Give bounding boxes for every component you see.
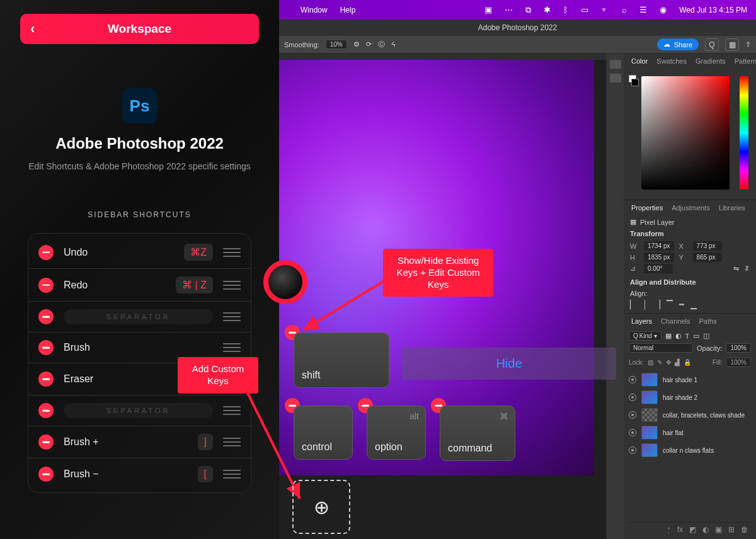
trash-icon[interactable]: 🗑 — [741, 525, 748, 534]
shortcut-row-brush-plus[interactable]: Brush + ] — [28, 426, 251, 458]
remove-icon[interactable] — [38, 309, 54, 324]
drag-handle-icon[interactable] — [223, 343, 241, 352]
tab-channels[interactable]: Channels — [661, 317, 690, 325]
visibility-icon[interactable] — [629, 376, 636, 383]
keycap-control[interactable]: control — [294, 406, 353, 460]
remove-icon[interactable] — [38, 403, 54, 418]
remove-icon[interactable] — [38, 340, 54, 355]
lock-paint-icon[interactable]: ✎ — [657, 359, 662, 366]
dropbox-icon[interactable]: ⧉ — [525, 5, 531, 15]
collapsed-panel-strip[interactable] — [606, 54, 624, 539]
remove-icon[interactable] — [38, 372, 54, 387]
layer-row[interactable]: hair flat — [629, 424, 751, 441]
align-header[interactable]: Align and Distribute — [630, 278, 750, 286]
filter-adj-icon[interactable]: ◐ — [675, 332, 682, 340]
hide-button[interactable]: Hide — [402, 348, 616, 380]
lock-nest-icon[interactable]: ▟ — [675, 359, 680, 366]
opacity-value[interactable]: 100% — [726, 343, 751, 353]
flip-h-icon[interactable]: ⇋ — [733, 264, 739, 273]
drag-handle-icon[interactable] — [223, 470, 241, 479]
remove-icon[interactable] — [38, 278, 54, 293]
add-key-slot[interactable]: ⊕ — [292, 480, 350, 534]
menubar-clock[interactable]: Wed Jul 13 4:15 PM — [679, 6, 747, 14]
tab-adjustments[interactable]: Adjustments — [672, 204, 710, 212]
tab-swatches[interactable]: Swatches — [656, 57, 687, 65]
y-value[interactable]: 865 px — [693, 252, 722, 262]
video-icon[interactable]: ▣ — [484, 5, 492, 14]
hue-slider[interactable] — [740, 76, 748, 190]
align-middle-icon[interactable]: ━ — [679, 300, 684, 309]
layer-row[interactable]: collar, bracelets, claws shade — [629, 406, 751, 424]
filter-smart-icon[interactable]: ◫ — [703, 332, 709, 340]
mask-icon[interactable]: ◩ — [689, 525, 696, 534]
tab-color[interactable]: Color — [631, 57, 648, 65]
blend-mode[interactable]: Normal — [629, 343, 693, 353]
layer-row[interactable]: collar n claws flats — [629, 441, 751, 459]
tab-gradients[interactable]: Gradients — [696, 57, 726, 65]
adjustment-icon[interactable]: ◐ — [702, 525, 709, 534]
align-bottom-icon[interactable]: ▁ — [690, 300, 697, 309]
visibility-icon[interactable] — [629, 394, 636, 401]
tab-properties[interactable]: Properties — [631, 204, 663, 212]
visibility-icon[interactable] — [629, 411, 636, 419]
tab-libraries[interactable]: Libraries — [719, 204, 745, 212]
fg-bg-swatch[interactable] — [629, 75, 639, 88]
lock-all-icon[interactable]: 🔒 — [684, 359, 691, 366]
filter-shape-icon[interactable]: ▭ — [693, 332, 699, 340]
control-center-icon[interactable]: ☰ — [639, 5, 647, 14]
workspace-switcher[interactable]: ▦ — [725, 38, 739, 51]
drag-handle-icon[interactable] — [223, 438, 241, 446]
filter-kind[interactable]: QKind ▾ — [629, 331, 662, 341]
shortcut-row-redo[interactable]: Redo ⌘ | Z — [28, 269, 251, 302]
drag-handle-icon[interactable] — [223, 406, 241, 415]
fan-icon[interactable]: ✱ — [544, 5, 551, 14]
layer-row[interactable]: hair shade 2 — [629, 389, 751, 406]
symmetry-icon[interactable]: ᔦ — [391, 40, 396, 48]
lock-pos-icon[interactable]: ✥ — [666, 359, 671, 366]
visibility-icon[interactable] — [629, 429, 636, 436]
new-layer-icon[interactable]: ⊞ — [728, 525, 735, 534]
menu-help[interactable]: Help — [340, 6, 356, 14]
export-icon[interactable]: ⇪ — [745, 40, 751, 48]
align-left-icon[interactable]: ▏ — [630, 300, 636, 309]
tab-patterns[interactable]: Patterns — [735, 57, 756, 65]
remove-icon[interactable] — [38, 245, 54, 260]
angle-value[interactable]: 0.00° — [644, 264, 673, 273]
tab-layers[interactable]: Layers — [631, 317, 652, 325]
visibility-icon[interactable] — [629, 446, 636, 454]
keycap-option[interactable]: alt option — [367, 406, 426, 460]
group-icon[interactable]: ▣ — [715, 525, 722, 534]
transform-header[interactable]: Transform — [630, 230, 750, 237]
remove-icon[interactable] — [38, 467, 54, 482]
align-right-icon[interactable]: ▕ — [654, 300, 660, 309]
w-value[interactable]: 1734 px — [644, 241, 674, 251]
color-panel[interactable] — [624, 67, 756, 200]
smoothing-value[interactable]: 10% — [326, 40, 347, 49]
drag-handle-icon[interactable] — [223, 248, 241, 257]
search-button[interactable]: Q — [705, 38, 719, 51]
status-icon[interactable]: ⋯ — [505, 5, 513, 14]
siri-icon[interactable]: ◉ — [660, 5, 667, 14]
keycap-shift[interactable]: shift — [294, 332, 389, 388]
align-top-icon[interactable]: ▔ — [667, 300, 673, 309]
panel-icon[interactable] — [610, 74, 621, 82]
wifi-icon[interactable]: ᯤ — [601, 5, 609, 14]
keycap-command[interactable]: ⌘ command — [440, 406, 515, 461]
bluetooth-icon[interactable]: ᛒ — [563, 5, 568, 14]
tab-paths[interactable]: Paths — [699, 317, 717, 325]
align-center-h-icon[interactable]: │ — [643, 300, 648, 309]
battery-icon[interactable]: ▭ — [581, 5, 588, 14]
drag-handle-icon[interactable] — [223, 312, 241, 321]
shortcut-row-brush-minus[interactable]: Brush − [ — [28, 458, 251, 490]
pressure-icon[interactable]: Ⓒ — [378, 40, 385, 49]
menu-window[interactable]: Window — [301, 6, 328, 14]
fill-value[interactable]: 100% — [726, 358, 751, 367]
lock-trans-icon[interactable]: ▨ — [648, 359, 653, 366]
overlay-toggle-ring[interactable] — [263, 260, 307, 304]
panel-icon[interactable] — [610, 60, 621, 69]
gear-icon[interactable]: ⚙ — [353, 40, 360, 48]
x-value[interactable]: 773 px — [693, 241, 722, 251]
search-icon[interactable]: ⌕ — [622, 5, 627, 14]
workspace-back-button[interactable]: ‹ Workspace — [20, 14, 259, 44]
drag-handle-icon[interactable] — [223, 281, 241, 290]
